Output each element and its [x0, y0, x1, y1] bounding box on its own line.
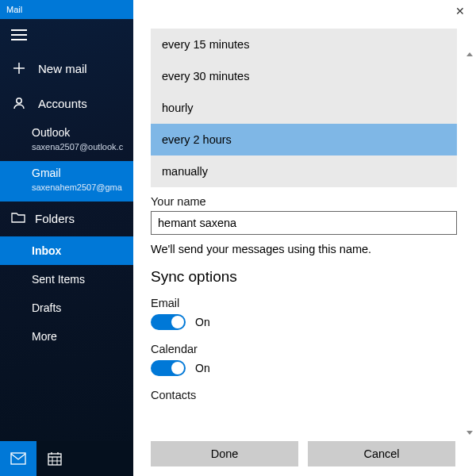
account-outlook[interactable]: Outlook saxena2507@outlook.c: [0, 121, 133, 161]
hamburger-button[interactable]: [0, 19, 133, 51]
new-mail-label: New mail: [38, 62, 87, 75]
accounts-label: Accounts: [38, 97, 87, 110]
app-title: Mail: [0, 0, 133, 19]
account-name: Outlook: [32, 125, 133, 141]
hamburger-icon: [11, 29, 27, 40]
folder-drafts[interactable]: Drafts: [0, 294, 133, 322]
calendar-icon: [48, 451, 62, 466]
email-toggle-label: Email: [151, 297, 462, 309]
folders-header[interactable]: Folders: [0, 202, 133, 236]
person-icon: [11, 96, 27, 110]
account-gmail[interactable]: Gmail saxenahem2507@gma: [0, 161, 133, 202]
mail-icon: [10, 452, 26, 465]
folders-label: Folders: [35, 212, 75, 225]
done-button[interactable]: Done: [151, 441, 298, 466]
sidebar: Mail New mail Accounts Outlook saxena250…: [0, 0, 133, 476]
svg-rect-3: [11, 453, 25, 464]
contacts-toggle-label: Contacts: [151, 389, 462, 401]
dd-option-hourly[interactable]: hourly: [151, 92, 457, 124]
account-name: Gmail: [32, 166, 133, 182]
dd-option-30min[interactable]: every 30 minutes: [151, 60, 457, 92]
new-mail-button[interactable]: New mail: [0, 51, 133, 86]
dd-option-15min[interactable]: every 15 minutes: [151, 29, 457, 60]
svg-rect-4: [48, 454, 61, 465]
calendar-toggle[interactable]: [151, 360, 186, 376]
plus-icon: [11, 61, 27, 75]
accounts-header[interactable]: Accounts: [0, 86, 133, 121]
svg-point-2: [17, 98, 21, 103]
calendar-toggle-label: Calendar: [151, 343, 462, 355]
sync-options-header: Sync options: [151, 268, 462, 286]
email-toggle-state: On: [195, 316, 210, 328]
folder-icon: [11, 211, 25, 226]
scrollbar[interactable]: [465, 52, 473, 435]
account-email: saxenahem2507@gma: [32, 182, 133, 194]
cancel-button[interactable]: Cancel: [308, 441, 455, 466]
dd-option-manually[interactable]: manually: [151, 155, 457, 187]
calendar-toggle-state: On: [195, 362, 210, 374]
calendar-tab-button[interactable]: [36, 441, 73, 476]
folder-more[interactable]: More: [0, 322, 133, 351]
bottom-bar: [0, 441, 133, 476]
mail-tab-button[interactable]: [0, 441, 36, 476]
your-name-input[interactable]: [151, 211, 457, 235]
folder-sent[interactable]: Sent Items: [0, 265, 133, 294]
your-name-label: Your name: [151, 195, 462, 208]
dd-option-2hours[interactable]: every 2 hours: [151, 124, 457, 155]
sync-interval-dropdown[interactable]: every 15 minutes every 30 minutes hourly…: [151, 29, 457, 187]
close-button[interactable]: ✕: [455, 5, 465, 17]
email-toggle[interactable]: [151, 314, 186, 330]
account-email: saxena2507@outlook.c: [32, 141, 133, 153]
folder-inbox[interactable]: Inbox: [0, 236, 133, 265]
name-hint: We'll send your messages using this name…: [151, 243, 462, 255]
settings-pane: ✕ every 15 minutes every 30 minutes hour…: [133, 0, 476, 476]
close-icon: ✕: [455, 5, 465, 17]
